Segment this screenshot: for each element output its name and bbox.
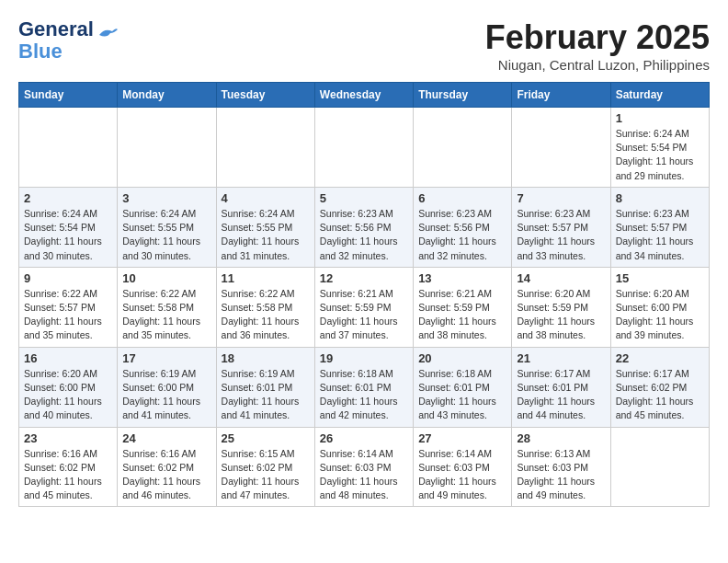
calendar-empty-cell bbox=[610, 427, 709, 507]
calendar-day-23: 23Sunrise: 6:16 AMSunset: 6:02 PMDayligh… bbox=[19, 427, 118, 507]
weekday-header-monday: Monday bbox=[118, 83, 216, 108]
calendar-empty-cell bbox=[19, 108, 118, 188]
calendar-day-27: 27Sunrise: 6:14 AMSunset: 6:03 PMDayligh… bbox=[414, 427, 512, 507]
day-info: Sunrise: 6:18 AMSunset: 6:01 PMDaylight:… bbox=[320, 367, 408, 423]
location-subtitle: Niugan, Central Luzon, Philippines bbox=[485, 57, 710, 73]
calendar-day-11: 11Sunrise: 6:22 AMSunset: 5:58 PMDayligh… bbox=[216, 267, 314, 347]
page-header: General Blue February 2025 Niugan, Centr… bbox=[18, 18, 710, 73]
calendar-week-row: 23Sunrise: 6:16 AMSunset: 6:02 PMDayligh… bbox=[19, 427, 710, 507]
day-info: Sunrise: 6:17 AMSunset: 6:01 PMDaylight:… bbox=[517, 367, 605, 423]
day-number: 18 bbox=[222, 351, 310, 365]
day-number: 10 bbox=[122, 271, 210, 285]
day-info: Sunrise: 6:14 AMSunset: 6:03 PMDaylight:… bbox=[418, 447, 506, 503]
day-number: 9 bbox=[24, 271, 112, 285]
day-info: Sunrise: 6:22 AMSunset: 5:58 PMDaylight:… bbox=[122, 287, 210, 343]
day-number: 7 bbox=[517, 191, 605, 205]
calendar-day-13: 13Sunrise: 6:21 AMSunset: 5:59 PMDayligh… bbox=[414, 267, 512, 347]
calendar-empty-cell bbox=[216, 108, 314, 188]
weekday-header-sunday: Sunday bbox=[19, 83, 118, 108]
calendar-day-12: 12Sunrise: 6:21 AMSunset: 5:59 PMDayligh… bbox=[314, 267, 413, 347]
day-info: Sunrise: 6:24 AMSunset: 5:55 PMDaylight:… bbox=[222, 207, 310, 263]
day-info: Sunrise: 6:16 AMSunset: 6:02 PMDaylight:… bbox=[122, 447, 210, 503]
calendar-day-25: 25Sunrise: 6:15 AMSunset: 6:02 PMDayligh… bbox=[216, 427, 314, 507]
day-number: 22 bbox=[616, 351, 704, 365]
day-number: 25 bbox=[222, 431, 310, 445]
calendar-header-row: SundayMondayTuesdayWednesdayThursdayFrid… bbox=[19, 83, 710, 108]
day-info: Sunrise: 6:24 AMSunset: 5:54 PMDaylight:… bbox=[616, 127, 704, 183]
calendar-day-20: 20Sunrise: 6:18 AMSunset: 6:01 PMDayligh… bbox=[414, 347, 512, 427]
day-number: 28 bbox=[517, 431, 605, 445]
calendar-day-3: 3Sunrise: 6:24 AMSunset: 5:55 PMDaylight… bbox=[118, 187, 216, 267]
day-info: Sunrise: 6:20 AMSunset: 6:00 PMDaylight:… bbox=[616, 287, 704, 343]
logo-blue: Blue bbox=[18, 40, 94, 63]
calendar-day-26: 26Sunrise: 6:14 AMSunset: 6:03 PMDayligh… bbox=[314, 427, 413, 507]
logo: General Blue bbox=[18, 18, 119, 63]
calendar-day-9: 9Sunrise: 6:22 AMSunset: 5:57 PMDaylight… bbox=[19, 267, 118, 347]
day-info: Sunrise: 6:14 AMSunset: 6:03 PMDaylight:… bbox=[320, 447, 408, 503]
calendar-day-1: 1Sunrise: 6:24 AMSunset: 5:54 PMDaylight… bbox=[610, 108, 709, 188]
day-info: Sunrise: 6:16 AMSunset: 6:02 PMDaylight:… bbox=[24, 447, 112, 503]
calendar-day-10: 10Sunrise: 6:22 AMSunset: 5:58 PMDayligh… bbox=[118, 267, 216, 347]
day-number: 15 bbox=[616, 271, 704, 285]
day-info: Sunrise: 6:23 AMSunset: 5:57 PMDaylight:… bbox=[517, 207, 605, 263]
day-info: Sunrise: 6:20 AMSunset: 5:59 PMDaylight:… bbox=[517, 287, 605, 343]
day-info: Sunrise: 6:20 AMSunset: 6:00 PMDaylight:… bbox=[24, 367, 112, 423]
calendar-day-14: 14Sunrise: 6:20 AMSunset: 5:59 PMDayligh… bbox=[512, 267, 610, 347]
calendar-day-24: 24Sunrise: 6:16 AMSunset: 6:02 PMDayligh… bbox=[118, 427, 216, 507]
weekday-header-thursday: Thursday bbox=[414, 83, 512, 108]
calendar-week-row: 1Sunrise: 6:24 AMSunset: 5:54 PMDaylight… bbox=[19, 108, 710, 188]
day-number: 8 bbox=[616, 191, 704, 205]
calendar-day-22: 22Sunrise: 6:17 AMSunset: 6:02 PMDayligh… bbox=[610, 347, 709, 427]
day-number: 14 bbox=[517, 271, 605, 285]
calendar-week-row: 16Sunrise: 6:20 AMSunset: 6:00 PMDayligh… bbox=[19, 347, 710, 427]
calendar-day-6: 6Sunrise: 6:23 AMSunset: 5:56 PMDaylight… bbox=[414, 187, 512, 267]
logo-bird-icon bbox=[97, 26, 119, 42]
day-info: Sunrise: 6:19 AMSunset: 6:01 PMDaylight:… bbox=[222, 367, 310, 423]
day-number: 3 bbox=[122, 191, 210, 205]
calendar-day-15: 15Sunrise: 6:20 AMSunset: 6:00 PMDayligh… bbox=[610, 267, 709, 347]
calendar-day-18: 18Sunrise: 6:19 AMSunset: 6:01 PMDayligh… bbox=[216, 347, 314, 427]
calendar-day-2: 2Sunrise: 6:24 AMSunset: 5:54 PMDaylight… bbox=[19, 187, 118, 267]
day-info: Sunrise: 6:13 AMSunset: 6:03 PMDaylight:… bbox=[517, 447, 605, 503]
day-info: Sunrise: 6:22 AMSunset: 5:58 PMDaylight:… bbox=[222, 287, 310, 343]
day-info: Sunrise: 6:24 AMSunset: 5:55 PMDaylight:… bbox=[122, 207, 210, 263]
weekday-header-friday: Friday bbox=[512, 83, 610, 108]
day-number: 17 bbox=[122, 351, 210, 365]
day-number: 6 bbox=[418, 191, 506, 205]
calendar-day-17: 17Sunrise: 6:19 AMSunset: 6:00 PMDayligh… bbox=[118, 347, 216, 427]
calendar-day-19: 19Sunrise: 6:18 AMSunset: 6:01 PMDayligh… bbox=[314, 347, 413, 427]
calendar-week-row: 9Sunrise: 6:22 AMSunset: 5:57 PMDaylight… bbox=[19, 267, 710, 347]
day-number: 20 bbox=[418, 351, 506, 365]
calendar-day-16: 16Sunrise: 6:20 AMSunset: 6:00 PMDayligh… bbox=[19, 347, 118, 427]
weekday-header-wednesday: Wednesday bbox=[314, 83, 413, 108]
day-number: 4 bbox=[222, 191, 310, 205]
calendar-day-8: 8Sunrise: 6:23 AMSunset: 5:57 PMDaylight… bbox=[610, 187, 709, 267]
day-info: Sunrise: 6:19 AMSunset: 6:00 PMDaylight:… bbox=[122, 367, 210, 423]
month-year-title: February 2025 bbox=[485, 18, 710, 57]
day-number: 11 bbox=[222, 271, 310, 285]
logo-general: General bbox=[18, 18, 94, 40]
day-number: 2 bbox=[24, 191, 112, 205]
calendar-table: SundayMondayTuesdayWednesdayThursdayFrid… bbox=[18, 82, 710, 507]
weekday-header-saturday: Saturday bbox=[610, 83, 709, 108]
calendar-day-5: 5Sunrise: 6:23 AMSunset: 5:56 PMDaylight… bbox=[314, 187, 413, 267]
day-info: Sunrise: 6:17 AMSunset: 6:02 PMDaylight:… bbox=[616, 367, 704, 423]
calendar-day-21: 21Sunrise: 6:17 AMSunset: 6:01 PMDayligh… bbox=[512, 347, 610, 427]
calendar-empty-cell bbox=[314, 108, 413, 188]
day-number: 5 bbox=[320, 191, 408, 205]
day-number: 13 bbox=[418, 271, 506, 285]
day-info: Sunrise: 6:21 AMSunset: 5:59 PMDaylight:… bbox=[320, 287, 408, 343]
day-info: Sunrise: 6:22 AMSunset: 5:57 PMDaylight:… bbox=[24, 287, 112, 343]
calendar-day-4: 4Sunrise: 6:24 AMSunset: 5:55 PMDaylight… bbox=[216, 187, 314, 267]
calendar-empty-cell bbox=[512, 108, 610, 188]
day-info: Sunrise: 6:18 AMSunset: 6:01 PMDaylight:… bbox=[418, 367, 506, 423]
day-info: Sunrise: 6:24 AMSunset: 5:54 PMDaylight:… bbox=[24, 207, 112, 263]
day-number: 16 bbox=[24, 351, 112, 365]
calendar-day-7: 7Sunrise: 6:23 AMSunset: 5:57 PMDaylight… bbox=[512, 187, 610, 267]
calendar-week-row: 2Sunrise: 6:24 AMSunset: 5:54 PMDaylight… bbox=[19, 187, 710, 267]
day-number: 27 bbox=[418, 431, 506, 445]
calendar-empty-cell bbox=[118, 108, 216, 188]
day-info: Sunrise: 6:23 AMSunset: 5:56 PMDaylight:… bbox=[320, 207, 408, 263]
day-number: 24 bbox=[122, 431, 210, 445]
day-info: Sunrise: 6:21 AMSunset: 5:59 PMDaylight:… bbox=[418, 287, 506, 343]
